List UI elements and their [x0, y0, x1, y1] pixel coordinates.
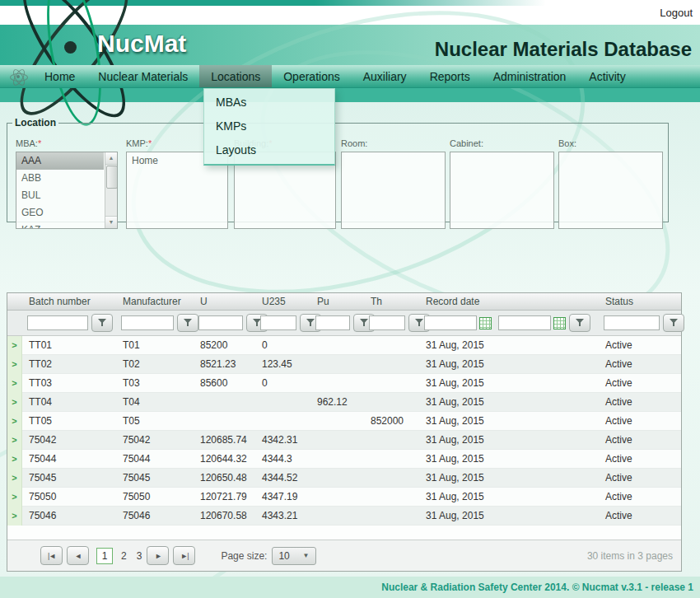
page-size-dropdown[interactable]: 10 ▼ [272, 547, 316, 565]
filter-input-batch-number[interactable] [27, 315, 88, 330]
scrollbar[interactable]: ▲ ▼ [105, 152, 117, 228]
nav-item-auxiliary[interactable]: Auxiliary [352, 65, 418, 87]
cell-batch-number: TT03 [22, 377, 116, 389]
list-item[interactable]: ABB [16, 170, 104, 187]
nav-sub-strip [0, 88, 700, 102]
row-expand-icon[interactable]: > [7, 374, 22, 393]
pager-current-page[interactable]: 1 [96, 548, 113, 564]
cell-batch-number: 75045 [22, 472, 116, 484]
room-listbox[interactable] [341, 152, 446, 229]
menu-item-layouts[interactable]: Layouts [204, 138, 334, 162]
pager-next-button[interactable]: ► [147, 546, 169, 565]
filter-input-record-date-to[interactable] [498, 315, 551, 330]
funnel-icon [670, 319, 678, 327]
cell-pu: 962.12 [310, 396, 364, 408]
grid-header-row: Batch number Manufacturer U U235 Pu Th R… [7, 293, 681, 311]
column-header-record-date[interactable]: Record date [419, 296, 599, 307]
cell-record-date: 31 Aug, 2015 [419, 491, 599, 502]
cabinet-listbox[interactable] [450, 152, 554, 229]
cell-manufacturer: T02 [116, 358, 194, 370]
cell-status: Active [599, 377, 681, 389]
row-expand-icon[interactable]: > [7, 393, 22, 412]
cell-record-date: 31 Aug, 2015 [419, 453, 599, 465]
row-expand-icon[interactable]: > [7, 507, 22, 526]
filter-input-manufacturer[interactable] [121, 315, 174, 330]
nav-item-nuclear-materials[interactable]: Nuclear Materials [86, 65, 199, 87]
cell-th: 852000 [364, 415, 419, 427]
nav-item-locations[interactable]: Locations [199, 65, 272, 87]
nav-item-operations[interactable]: Operations [272, 65, 351, 87]
calendar-icon[interactable] [553, 317, 566, 329]
box-listbox[interactable] [558, 152, 663, 229]
filter-input-th[interactable] [369, 315, 405, 330]
pager-last-button[interactable]: ►| [173, 546, 195, 565]
materials-grid: Batch number Manufacturer U U235 Pu Th R… [7, 292, 682, 572]
row-expand-icon[interactable]: > [7, 355, 22, 374]
filter-input-record-date-from[interactable] [424, 315, 477, 330]
cell-batch-number: TT01 [22, 339, 116, 351]
filter-input-u235[interactable] [260, 315, 296, 330]
filter-button[interactable] [91, 314, 113, 332]
menu-item-mbas[interactable]: MBAs [204, 91, 334, 114]
menu-item-kmps[interactable]: KMPs [204, 114, 334, 138]
filter-input-u[interactable] [198, 315, 243, 330]
list-item[interactable]: GEO [16, 204, 104, 222]
row-expand-icon[interactable]: > [7, 412, 22, 431]
filter-input-pu[interactable] [315, 315, 350, 330]
cell-manufacturer: T01 [116, 339, 194, 351]
filter-button[interactable] [569, 314, 590, 332]
funnel-icon [184, 319, 192, 327]
nav-item-home[interactable]: Home [33, 65, 86, 87]
row-expand-icon[interactable]: > [7, 450, 22, 469]
pager-first-button[interactable]: |◄ [40, 546, 63, 565]
filter-input-status[interactable] [604, 315, 660, 330]
pager-page-link[interactable]: 3 [137, 550, 142, 562]
calendar-icon[interactable] [479, 317, 492, 329]
column-header-u[interactable]: U [194, 296, 255, 307]
mba-field: MBA:* AAA ABB BUL GEO KAZ ▲ ▼ [16, 138, 118, 229]
row-expand-icon[interactable]: > [7, 336, 22, 355]
column-header-batch-number[interactable]: Batch number [22, 296, 116, 307]
cabinet-label: Cabinet: [450, 138, 554, 148]
cell-u: 85200 [194, 339, 255, 351]
cell-manufacturer: 75046 [116, 510, 194, 521]
list-item[interactable]: KAZ [16, 222, 104, 229]
pager-page-link[interactable]: 2 [121, 550, 127, 562]
grid-filler [7, 526, 681, 540]
column-header-u235[interactable]: U235 [255, 296, 310, 307]
column-header-manufacturer[interactable]: Manufacturer [116, 296, 194, 307]
required-asterisk: * [148, 138, 152, 148]
cell-record-date: 31 Aug, 2015 [419, 415, 599, 427]
list-item[interactable]: BUL [16, 187, 104, 204]
table-row: > 75046 75046 120670.58 4343.21 31 Aug, … [7, 507, 681, 526]
cell-u: 120670.58 [194, 510, 255, 521]
nav-item-reports[interactable]: Reports [418, 65, 482, 87]
column-header-pu[interactable]: Pu [310, 296, 364, 307]
pager-prev-button[interactable]: ◄ [67, 546, 89, 565]
scroll-down-icon[interactable]: ▼ [105, 216, 117, 228]
row-expand-icon[interactable]: > [7, 488, 22, 507]
funnel-icon [98, 319, 106, 327]
mba-listbox[interactable]: AAA ABB BUL GEO KAZ ▲ ▼ [16, 152, 118, 229]
row-expand-icon[interactable]: > [7, 469, 22, 488]
nav-item-activity[interactable]: Activity [577, 65, 637, 87]
cell-batch-number: TT04 [22, 396, 116, 408]
cell-manufacturer: 75042 [116, 434, 194, 446]
list-item[interactable]: AAA [16, 152, 104, 170]
top-bar [0, 0, 700, 25]
column-header-th[interactable]: Th [364, 296, 419, 307]
filter-button[interactable] [663, 314, 684, 332]
logout-link[interactable]: Logout [660, 7, 693, 19]
cell-batch-number: 75046 [22, 510, 116, 521]
column-header-status[interactable]: Status [599, 296, 681, 307]
row-expand-icon[interactable]: > [7, 431, 22, 450]
nav-item-administration[interactable]: Administration [482, 65, 578, 87]
cell-batch-number: 75050 [22, 491, 116, 502]
page-size-value: 10 [273, 550, 302, 562]
table-row: > 75045 75045 120650.48 4344.52 31 Aug, … [7, 469, 681, 488]
scrollbar-thumb[interactable] [106, 166, 118, 189]
cell-status: Active [599, 472, 681, 484]
cell-u235: 4344.52 [255, 472, 310, 484]
scroll-up-icon[interactable]: ▲ [105, 152, 117, 165]
top-accent-strip [0, 0, 700, 6]
